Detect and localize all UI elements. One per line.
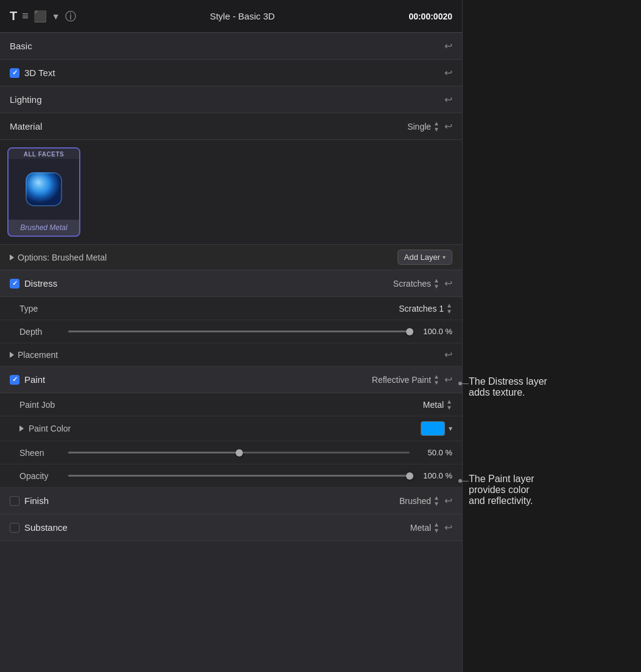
placement-triangle-icon[interactable]	[10, 352, 14, 358]
distress-label: Distress	[24, 278, 393, 289]
lighting-label: Lighting	[10, 94, 440, 105]
paint-value: Reflective Paint	[372, 375, 431, 385]
finish-stepper[interactable]: ▲▼	[433, 495, 440, 507]
distress-row: Distress Scratches ▲▼ ↩	[0, 270, 462, 297]
options-row: Options: Brushed Metal Add Layer ▾	[0, 245, 462, 270]
sheen-slider-track[interactable]	[68, 452, 410, 453]
callout-distress-line2: adds texture.	[469, 387, 525, 397]
time-frame: 20	[443, 12, 452, 21]
sheen-row: Sheen 50.0 %	[0, 441, 462, 464]
sheen-slider-fill	[68, 452, 239, 453]
paint-value-wrapper[interactable]: Reflective Paint ▲▼	[372, 374, 440, 386]
paint-reset[interactable]: ↩	[444, 374, 452, 385]
sheen-value: 50.0 %	[416, 448, 452, 457]
toolbar-title: Style - Basic 3D	[83, 11, 402, 21]
add-layer-button[interactable]: Add Layer ▾	[398, 250, 452, 265]
material-item-label: ALL FACETS	[9, 149, 79, 159]
film-icon[interactable]: ⬛	[33, 10, 47, 23]
lighting-section: Lighting ↩	[0, 86, 462, 113]
svg-rect-1	[26, 172, 62, 206]
opacity-value: 100.0 %	[416, 471, 452, 480]
lighting-reset[interactable]: ↩	[444, 94, 452, 105]
distress-value: Scratches	[393, 279, 431, 289]
material-value-wrapper[interactable]: Single ▲▼	[407, 121, 440, 133]
paint-job-value: Metal	[423, 400, 444, 410]
material-item-all-facets[interactable]: ALL FACETS	[7, 147, 80, 237]
placement-label: Placement	[10, 350, 440, 360]
paint-color-swatch[interactable]	[421, 421, 445, 436]
three-d-text-label: 3D Text	[24, 68, 440, 78]
finish-value: Brushed	[399, 496, 431, 506]
finish-reset[interactable]: ↩	[444, 495, 452, 506]
basic-section: Basic ↩	[0, 33, 462, 60]
callout-paint-text: The Paint layer provides color and refle…	[469, 474, 627, 506]
add-layer-chevron-icon: ▾	[443, 254, 446, 261]
distress-value-wrapper[interactable]: Scratches ▲▼	[393, 278, 440, 290]
material-reset[interactable]: ↩	[444, 121, 452, 132]
material-stepper[interactable]: ▲▼	[433, 121, 440, 133]
type-row: Type Scratches 1 ▲▼	[0, 297, 462, 320]
placement-reset[interactable]: ↩	[444, 349, 452, 360]
distress-checkbox[interactable]	[10, 279, 19, 289]
finish-label: Finish	[24, 495, 399, 506]
paint-job-value-wrapper[interactable]: Metal ▲▼	[423, 399, 452, 411]
paint-color-row: Paint Color ▾	[0, 416, 462, 441]
list-icon[interactable]: ≡	[22, 10, 29, 23]
opacity-slider-thumb[interactable]	[406, 472, 413, 480]
sheen-slider-thumb[interactable]	[236, 449, 243, 457]
info-icon[interactable]: ⓘ	[65, 9, 76, 24]
material-value: Single	[407, 122, 431, 131]
depth-slider-track[interactable]	[68, 331, 410, 332]
options-triangle-icon[interactable]	[10, 254, 14, 261]
paint-job-stepper[interactable]: ▲▼	[446, 399, 452, 411]
paint-color-chevron-icon[interactable]: ▾	[449, 424, 452, 433]
depth-slider-fill	[68, 331, 410, 332]
material-grid: ALL FACETS	[7, 147, 455, 237]
material-area: ALL FACETS	[0, 140, 462, 245]
depth-slider-thumb[interactable]	[406, 328, 413, 335]
substance-label: Substance	[24, 522, 410, 533]
text-tool-icon[interactable]: T	[10, 9, 17, 23]
callout-distress: The Distress layer adds texture.	[469, 376, 627, 398]
options-text: Options: Brushed Metal	[18, 253, 107, 262]
three-d-text-reset[interactable]: ↩	[444, 67, 452, 79]
substance-row: Substance Metal ▲▼ ↩	[0, 514, 462, 541]
callout-paint-line3: and reflectivity.	[469, 495, 533, 506]
finish-value-wrapper[interactable]: Brushed ▲▼	[399, 495, 440, 507]
material-preview	[9, 159, 79, 220]
paint-color-triangle-icon[interactable]	[19, 425, 24, 432]
paint-stepper[interactable]: ▲▼	[433, 374, 440, 386]
three-d-text-checkbox-wrapper	[10, 68, 19, 78]
depth-value: 100.0 %	[416, 327, 452, 336]
finish-row: Finish Brushed ▲▼ ↩	[0, 488, 462, 514]
paint-row: Paint Reflective Paint ▲▼ ↩	[0, 366, 462, 393]
callout-distress-line1: The Distress layer	[469, 376, 547, 387]
distress-reset[interactable]: ↩	[444, 278, 452, 289]
paint-label: Paint	[24, 374, 372, 385]
basic-reset[interactable]: ↩	[444, 40, 452, 52]
substance-value: Metal	[410, 523, 431, 533]
filter-icon[interactable]: ▼	[52, 12, 60, 21]
type-value-wrapper[interactable]: Scratches 1 ▲▼	[399, 303, 452, 315]
material-section: Material Single ▲▼ ↩	[0, 113, 462, 140]
paint-color-control[interactable]: ▾	[421, 421, 452, 436]
opacity-slider-fill	[68, 475, 410, 477]
finish-checkbox[interactable]	[10, 496, 19, 506]
material-label: Material	[10, 121, 407, 131]
type-stepper[interactable]: ▲▼	[446, 303, 452, 315]
material-preview-svg	[19, 165, 68, 214]
add-layer-label: Add Layer	[404, 253, 440, 262]
callout-paint: The Paint layer provides color and refle…	[469, 474, 627, 506]
toolbar-icons: T ≡ ⬛ ▼ ⓘ	[10, 9, 76, 24]
substance-value-wrapper[interactable]: Metal ▲▼	[410, 522, 440, 534]
substance-stepper[interactable]: ▲▼	[433, 522, 440, 534]
substance-checkbox[interactable]	[10, 523, 19, 533]
paint-checkbox[interactable]	[10, 375, 19, 385]
substance-reset[interactable]: ↩	[444, 522, 452, 533]
inspector-panel: T ≡ ⬛ ▼ ⓘ Style - Basic 3D 00:00:0020 Ba…	[0, 0, 463, 672]
three-d-text-checkbox[interactable]	[10, 68, 19, 78]
distress-stepper[interactable]: ▲▼	[433, 278, 440, 290]
opacity-slider-track[interactable]	[68, 475, 410, 477]
paint-job-label: Paint Job	[19, 400, 423, 410]
sheen-label: Sheen	[19, 448, 62, 458]
